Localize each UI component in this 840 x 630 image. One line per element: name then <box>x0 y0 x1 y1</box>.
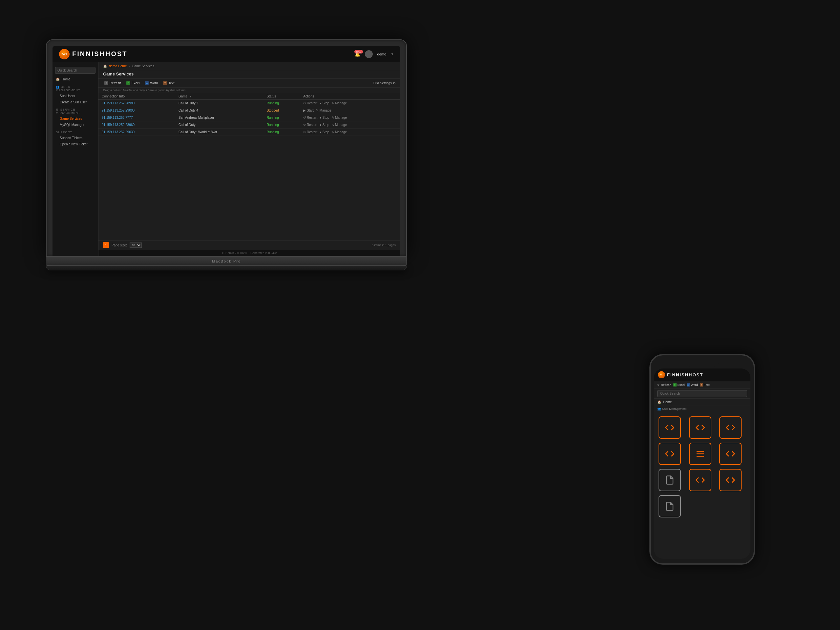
action-link[interactable]: ✎ Manage <box>332 130 347 134</box>
user-name-label: demo <box>377 52 387 56</box>
sidebar-support-tickets[interactable]: Support Tickets <box>52 135 98 141</box>
action-link[interactable]: ✎ Manage <box>332 101 347 105</box>
phone-nav-home[interactable]: 🏠 Home <box>654 399 750 406</box>
action-link[interactable]: ↺ Restart <box>303 101 318 105</box>
sidebar-sub-users[interactable]: Sub Users <box>52 93 98 99</box>
game-cell: San Andreas Multiplayer <box>175 114 264 122</box>
grid-settings-label: Grid Settings <box>373 81 392 85</box>
action-link[interactable]: ▶ Start <box>303 109 315 112</box>
phone-text-button[interactable]: T Text <box>700 383 710 387</box>
phone-icon-2[interactable] <box>689 416 711 439</box>
action-link[interactable]: ✎ Manage <box>332 116 347 120</box>
phone-text-icon: T <box>700 383 703 387</box>
phone-icon-6[interactable] <box>719 443 742 465</box>
action-link[interactable]: ✎ Manage <box>332 123 347 127</box>
col-connection-info[interactable]: Connection Info <box>98 93 175 100</box>
drag-hint: Drag a column header and drop it here to… <box>98 88 400 93</box>
action-link[interactable]: ↺ Restart <box>303 130 318 134</box>
bell-icon[interactable]: 🔔 1002 <box>355 52 360 57</box>
sidebar-search-input[interactable] <box>55 67 95 74</box>
action-link[interactable]: ✎ Manage <box>316 109 332 112</box>
table-header-row: Connection Info Game ▼ Status Actions <box>98 93 400 100</box>
sidebar-mysql-manager[interactable]: MySQL Manager <box>52 122 98 128</box>
excel-button[interactable]: E Excel <box>125 81 141 86</box>
page-size-select[interactable]: 10 25 50 <box>129 243 142 248</box>
laptop-screen-bezel: 24/7 FINNISHHOST 🔔 1002 demo ▼ <box>52 46 400 256</box>
refresh-button[interactable]: ↺ Refresh <box>103 81 122 86</box>
phone-top-bar: 24/7 FINNISHHOST <box>654 368 750 381</box>
laptop: 24/7 FINNISHHOST 🔔 1002 demo ▼ <box>46 39 407 270</box>
status-cell: Running <box>264 129 300 136</box>
game-cell: Call of Duty 4 <box>175 107 264 114</box>
word-button[interactable]: W Word <box>144 81 159 86</box>
phone-excel-button[interactable]: E Excel <box>673 383 685 387</box>
phone-icon-10[interactable] <box>658 495 681 518</box>
sidebar-create-sub-user[interactable]: Create a Sub User <box>52 99 98 105</box>
breadcrumb-home-icon: 🏠 <box>103 64 107 68</box>
connection-link[interactable]: 91.159.113.252:29000 <box>102 109 134 112</box>
phone-search-input[interactable] <box>657 390 747 397</box>
text-icon: T <box>163 81 167 85</box>
action-link[interactable]: ● Stop <box>320 130 330 134</box>
breadcrumb: 🏠 demo Home › Game Services <box>98 62 400 70</box>
phone-home-icon: 🏠 <box>657 400 661 404</box>
items-count: 5 items in 1 pages <box>372 243 396 247</box>
logo-area: 24/7 FINNISHHOST <box>59 49 128 59</box>
logo-circle: 24/7 <box>59 49 69 59</box>
page-title-bar: Game Services <box>98 70 400 79</box>
phone-refresh-button[interactable]: ↺ Refresh <box>657 383 671 387</box>
table-row: 91.159.113.252:28960Call of DutyRunning↺… <box>98 122 400 129</box>
laptop-foot <box>46 266 407 270</box>
user-management-icon: 👥 <box>56 85 60 88</box>
top-bar: 24/7 FINNISHHOST 🔔 1002 demo ▼ <box>52 46 400 62</box>
phone-icon-7[interactable] <box>658 469 681 491</box>
breadcrumb-home-link[interactable]: demo Home <box>109 64 127 68</box>
toolbar: ↺ Refresh E Excel W Word <box>98 79 400 88</box>
phone-icon-1[interactable] <box>658 416 681 439</box>
phone-icon-9[interactable] <box>719 469 742 491</box>
phone-icon-4[interactable] <box>658 443 681 465</box>
sidebar-open-ticket[interactable]: Open a New Ticket <box>52 141 98 147</box>
grid-settings-button[interactable]: Grid Settings ⚙ <box>373 81 396 85</box>
action-link[interactable]: ● Stop <box>320 101 330 105</box>
status-cell: Running <box>264 100 300 107</box>
col-status[interactable]: Status <box>264 93 300 100</box>
user-dropdown-icon[interactable]: ▼ <box>391 52 394 56</box>
actions-cell: ↺ Restart ● Stop ✎ Manage <box>300 114 400 122</box>
phone-logo-text: FINNISHHOST <box>667 373 703 377</box>
content-area: 🏠 demo Home › Game Services Game Service… <box>98 62 400 256</box>
connection-link[interactable]: 91.159.113.252:28960 <box>102 123 134 127</box>
col-actions: Actions <box>300 93 400 100</box>
sidebar-item-home[interactable]: 🏠 Home <box>52 76 98 83</box>
table-row: 91.159.113.252:29030Call of Duty : World… <box>98 129 400 136</box>
phone-icon-5[interactable] <box>689 443 711 465</box>
sidebar-home-label: Home <box>62 77 71 81</box>
connection-link[interactable]: 91.159.113.252:28980 <box>102 101 134 105</box>
page-title: Game Services <box>103 71 396 76</box>
connection-link[interactable]: 91.159.113.252:7777 <box>102 116 133 120</box>
sidebar-game-services[interactable]: Game Services <box>52 115 98 122</box>
word-icon: W <box>145 81 148 85</box>
notification-badge: 1002 <box>354 50 363 54</box>
refresh-icon: ↺ <box>104 81 108 85</box>
phone-logo-circle: 24/7 <box>658 371 665 378</box>
phone-notch <box>686 360 718 366</box>
phone-toolbar: ↺ Refresh E Excel W Word T Text <box>654 381 750 389</box>
table-row: 91.159.113.252:28980Call of Duty 2Runnin… <box>98 100 400 107</box>
action-link[interactable]: ● Stop <box>320 123 330 127</box>
connection-link[interactable]: 91.159.113.252:29030 <box>102 130 134 134</box>
status-cell: Running <box>264 114 300 122</box>
action-link[interactable]: ↺ Restart <box>303 116 318 120</box>
excel-icon: E <box>126 81 130 85</box>
sidebar-section-service-management: 🖥 Service Management <box>52 105 98 115</box>
phone-icon-8[interactable] <box>689 469 711 491</box>
action-link[interactable]: ↺ Restart <box>303 123 318 127</box>
text-button[interactable]: T Text <box>162 81 175 86</box>
phone-word-button[interactable]: W Word <box>687 383 698 387</box>
table-row: 91.159.113.252:7777San Andreas Multiplay… <box>98 114 400 122</box>
page-1-button[interactable]: 1 <box>103 242 109 248</box>
phone-icon-3[interactable] <box>719 416 742 439</box>
main-area: 🏠 Home 👥 User Management Sub Users Creat… <box>52 62 400 256</box>
col-game[interactable]: Game ▼ <box>175 93 264 100</box>
action-link[interactable]: ● Stop <box>320 116 330 120</box>
